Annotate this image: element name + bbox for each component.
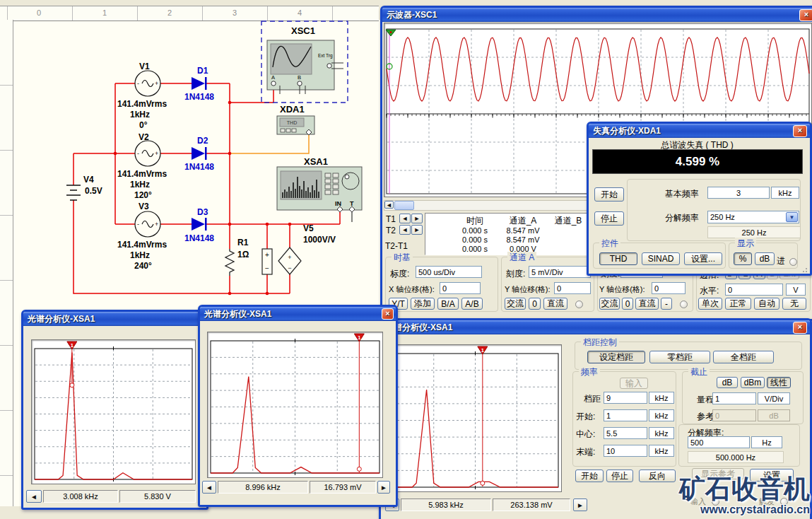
channel-a-scale-field[interactable]: 5 mV/Div: [529, 266, 591, 278]
cell: 8.547 mV: [502, 226, 544, 235]
col-channel-a: 通道_A: [502, 215, 544, 227]
span-label: 档距: [584, 393, 601, 405]
chevron-down-icon[interactable]: ▼: [786, 212, 798, 222]
resize-grip[interactable]: [802, 266, 809, 273]
amplitude-group: 截止 dB dBm 线性 量程: 1 V/Div 参考: 0 dB: [682, 371, 804, 424]
reverse-button[interactable]: 反向: [639, 470, 676, 482]
sa2-titlebar[interactable]: 光谱分析仪-XSA1 ×: [200, 307, 396, 321]
marker-right-icon[interactable]: ►: [377, 481, 390, 494]
close-icon[interactable]: ×: [793, 322, 807, 334]
zero-coupling-button[interactable]: 0: [622, 298, 633, 310]
start-field[interactable]: 1: [604, 409, 647, 421]
minus-coupling-button[interactable]: -: [661, 298, 672, 310]
dbm-button[interactable]: dBm: [741, 377, 765, 388]
resolution-combo[interactable]: 250 Hz ▼: [707, 211, 799, 223]
enter-button[interactable]: 输入: [620, 378, 648, 389]
dc-coupling-button[interactable]: 直流: [635, 298, 659, 310]
end-unit: kHz: [649, 445, 674, 457]
start-button[interactable]: 开始: [575, 470, 604, 482]
zero-coupling-button[interactable]: 0: [529, 298, 541, 310]
ba-mode-button[interactable]: B/A: [437, 298, 459, 310]
close-icon[interactable]: ×: [799, 9, 812, 21]
zero-span-button[interactable]: 零档距: [649, 351, 710, 363]
linear-button[interactable]: 线性: [767, 377, 791, 388]
battery-v4[interactable]: [66, 185, 81, 200]
scrollbar-left-icon[interactable]: ◄: [384, 201, 394, 209]
label-v3-phase: 240°: [134, 261, 152, 271]
t2-right-icon[interactable]: ►: [411, 225, 423, 235]
ac-source-v3[interactable]: -+: [135, 211, 160, 237]
auto-trigger-button[interactable]: 自动: [754, 298, 779, 310]
t2-left-icon[interactable]: ◄: [399, 225, 411, 235]
xda1-wire[interactable]: [230, 135, 309, 153]
span-field[interactable]: 9: [604, 392, 647, 404]
sense-element[interactable]: + −: [262, 249, 272, 274]
oscilloscope-titlebar[interactable]: 示波器-XSC1 ×: [382, 8, 812, 22]
xpos-label: X 轴位移(格):: [389, 284, 435, 295]
resolution-label: 分解频率: [665, 212, 699, 224]
t1-left-icon[interactable]: ◄: [399, 214, 411, 223]
window-title: 失真分析仪-XDA1: [593, 126, 661, 136]
none-trigger-button[interactable]: 无: [782, 298, 806, 310]
xda1-titlebar[interactable]: 失真分析仪-XDA1 ×: [589, 124, 810, 138]
trigger-level-field[interactable]: 0: [725, 284, 783, 296]
ac-coupling-button[interactable]: 交流: [505, 298, 526, 310]
resolution-field[interactable]: 500: [688, 436, 750, 448]
ab-mode-button[interactable]: A/B: [461, 298, 483, 310]
marker-left-icon[interactable]: ◄: [202, 481, 216, 494]
close-icon[interactable]: ×: [793, 125, 807, 137]
db-button[interactable]: dB: [717, 377, 738, 388]
spectrum-analyzer-window-middle: 光谱分析仪-XSA1 × 1 ◄ 8.996 kHz 16.793 mV ►: [198, 305, 398, 507]
timebase-xpos-field[interactable]: 0: [440, 282, 481, 294]
range-field[interactable]: 1: [712, 392, 756, 404]
add-mode-button[interactable]: 添加: [411, 298, 435, 310]
label-d2: D2: [197, 136, 208, 146]
distortion-analyzer-icon[interactable]: [277, 116, 314, 135]
close-icon[interactable]: ×: [382, 308, 394, 320]
channel-b-ypos-field[interactable]: 0: [652, 282, 686, 294]
label-v3-freq: 1kHz: [130, 250, 150, 260]
stop-button[interactable]: 停止: [606, 470, 633, 482]
scrollbar-thumb[interactable]: [394, 201, 414, 210]
reference-field[interactable]: 0: [712, 409, 756, 421]
progress-label: 进: [777, 255, 785, 267]
ac-coupling-button[interactable]: 交流: [599, 298, 620, 310]
percent-button[interactable]: %: [734, 252, 752, 265]
db-button[interactable]: dB: [755, 252, 775, 265]
dependent-source-v5[interactable]: + −: [278, 247, 301, 274]
marker-left-icon[interactable]: ◄: [26, 490, 42, 503]
circuit-schematic: -+ -+ -+ + − + −: [0, 0, 382, 325]
sa3-titlebar[interactable]: 光谱分析仪-XSA1 ×: [381, 320, 810, 334]
ac-source-v2[interactable]: -+: [135, 141, 160, 166]
diode-d3[interactable]: [192, 218, 207, 231]
sinad-button[interactable]: SINAD: [642, 252, 680, 265]
center-field[interactable]: 5.5: [604, 427, 647, 439]
frequency-group: 频率 输入 档距 9 kHz 开始: 1 kHz 中心: 5.5 kHz 末端:…: [572, 371, 676, 467]
marker-mag-readout: 16.793 mV: [310, 481, 376, 494]
spectrum-analyzer-icon[interactable]: [277, 167, 362, 222]
resistor-r1[interactable]: [225, 249, 234, 276]
sa1-titlebar[interactable]: 光谱分析仪-XSA1: [23, 312, 206, 326]
watermark-line2: www.crystalradio.cn: [679, 504, 810, 515]
ac-source-v1[interactable]: -+: [135, 71, 160, 96]
end-field[interactable]: 10: [604, 445, 647, 457]
set-span-button[interactable]: 设定档距: [587, 351, 645, 363]
fundamental-field[interactable]: 3: [707, 187, 770, 199]
diode-d1[interactable]: [192, 77, 207, 90]
timebase-group: 时基 标度: 500 us/Div X 轴位移(格): 0 Y/T 添加 B/A…: [385, 257, 498, 312]
channel-a-ypos-field[interactable]: 0: [554, 282, 591, 294]
diode-d2[interactable]: [192, 147, 207, 160]
normal-trigger-button[interactable]: 正常: [725, 298, 751, 310]
marker-right-icon[interactable]: ►: [573, 498, 587, 511]
t1-right-icon[interactable]: ►: [411, 214, 423, 223]
channel-b-indicator: [680, 301, 688, 308]
full-span-button[interactable]: 全档距: [713, 351, 774, 363]
start-button[interactable]: 开始: [594, 187, 624, 202]
timebase-scale-field[interactable]: 500 us/Div: [416, 266, 482, 278]
thd-button[interactable]: THD: [599, 252, 637, 265]
dc-coupling-button[interactable]: 直流: [543, 298, 567, 310]
stop-button[interactable]: 停止: [594, 211, 624, 226]
svg-text:+: +: [155, 80, 158, 87]
settings-button[interactable]: 设置...: [684, 252, 722, 265]
single-trigger-button[interactable]: 单次: [698, 298, 722, 310]
